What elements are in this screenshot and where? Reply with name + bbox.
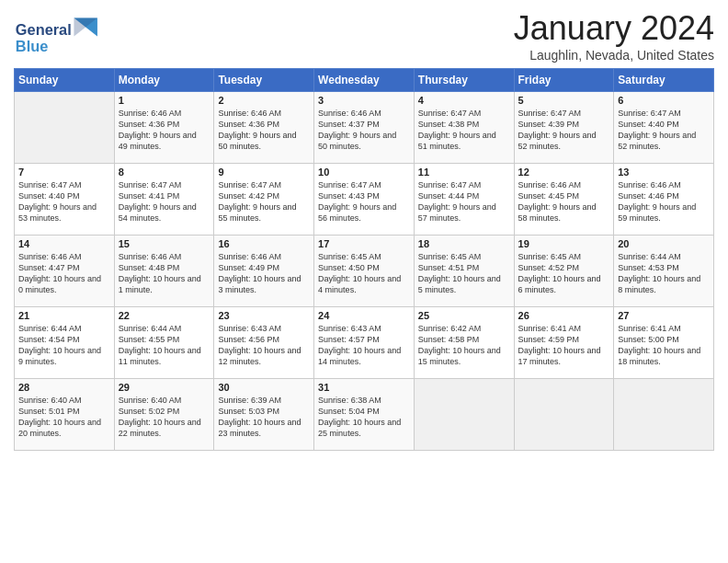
logo: General Blue <box>14 13 106 59</box>
day-number: 19 <box>518 238 610 249</box>
calendar-cell: 16Sunrise: 6:46 AMSunset: 4:49 PMDayligh… <box>214 236 314 307</box>
week-row-4: 21Sunrise: 6:44 AMSunset: 4:54 PMDayligh… <box>15 307 714 379</box>
day-number: 28 <box>18 382 110 393</box>
day-header-tuesday: Tuesday <box>214 69 314 92</box>
day-number: 5 <box>518 95 610 106</box>
week-row-2: 7Sunrise: 6:47 AMSunset: 4:40 PMDaylight… <box>15 164 714 236</box>
day-number: 3 <box>318 95 410 106</box>
day-header-thursday: Thursday <box>414 69 514 92</box>
calendar-cell: 25Sunrise: 6:42 AMSunset: 4:58 PMDayligh… <box>414 307 514 379</box>
day-info: Sunrise: 6:47 AMSunset: 4:42 PMDaylight:… <box>218 179 310 224</box>
calendar-cell: 5Sunrise: 6:47 AMSunset: 4:39 PMDaylight… <box>514 92 614 164</box>
day-header-monday: Monday <box>114 69 214 92</box>
header: General Blue January 2024 Laughlin, Neva… <box>14 9 714 63</box>
calendar-cell: 1Sunrise: 6:46 AMSunset: 4:36 PMDaylight… <box>114 92 214 164</box>
day-info: Sunrise: 6:46 AMSunset: 4:49 PMDaylight:… <box>218 251 310 296</box>
day-info: Sunrise: 6:47 AMSunset: 4:40 PMDaylight:… <box>618 108 710 153</box>
calendar-cell: 27Sunrise: 6:41 AMSunset: 5:00 PMDayligh… <box>614 307 714 379</box>
day-info: Sunrise: 6:46 AMSunset: 4:36 PMDaylight:… <box>119 108 210 153</box>
week-row-1: 1Sunrise: 6:46 AMSunset: 4:36 PMDaylight… <box>15 92 714 164</box>
day-number: 21 <box>18 310 110 321</box>
calendar-cell: 15Sunrise: 6:46 AMSunset: 4:48 PMDayligh… <box>114 236 214 307</box>
day-info: Sunrise: 6:38 AMSunset: 5:04 PMDaylight:… <box>318 395 410 440</box>
day-header-sunday: Sunday <box>15 69 115 92</box>
day-info: Sunrise: 6:40 AMSunset: 5:02 PMDaylight:… <box>119 395 210 440</box>
day-number: 13 <box>618 167 710 178</box>
location: Laughlin, Nevada, United States <box>514 48 714 63</box>
day-info: Sunrise: 6:47 AMSunset: 4:40 PMDaylight:… <box>18 179 110 224</box>
day-info: Sunrise: 6:43 AMSunset: 4:56 PMDaylight:… <box>218 323 310 368</box>
day-info: Sunrise: 6:47 AMSunset: 4:38 PMDaylight:… <box>418 108 510 153</box>
day-info: Sunrise: 6:45 AMSunset: 4:52 PMDaylight:… <box>518 251 610 296</box>
calendar-cell: 29Sunrise: 6:40 AMSunset: 5:02 PMDayligh… <box>114 379 214 451</box>
day-number: 9 <box>218 167 310 178</box>
day-info: Sunrise: 6:46 AMSunset: 4:48 PMDaylight:… <box>119 251 210 296</box>
day-info: Sunrise: 6:46 AMSunset: 4:37 PMDaylight:… <box>318 108 410 153</box>
day-info: Sunrise: 6:47 AMSunset: 4:44 PMDaylight:… <box>418 179 510 224</box>
calendar-cell: 23Sunrise: 6:43 AMSunset: 4:56 PMDayligh… <box>214 307 314 379</box>
header-row: SundayMondayTuesdayWednesdayThursdayFrid… <box>15 69 714 92</box>
calendar-cell <box>15 92 115 164</box>
day-info: Sunrise: 6:39 AMSunset: 5:03 PMDaylight:… <box>218 395 310 440</box>
calendar-cell: 28Sunrise: 6:40 AMSunset: 5:01 PMDayligh… <box>15 379 115 451</box>
svg-text:General: General <box>16 21 72 38</box>
day-info: Sunrise: 6:41 AMSunset: 5:00 PMDaylight:… <box>618 323 710 368</box>
day-number: 24 <box>318 310 410 321</box>
day-header-friday: Friday <box>514 69 614 92</box>
day-number: 27 <box>618 310 710 321</box>
calendar-cell: 3Sunrise: 6:46 AMSunset: 4:37 PMDaylight… <box>314 92 415 164</box>
calendar-cell: 11Sunrise: 6:47 AMSunset: 4:44 PMDayligh… <box>414 164 514 236</box>
calendar-cell: 21Sunrise: 6:44 AMSunset: 4:54 PMDayligh… <box>15 307 115 379</box>
day-number: 11 <box>418 167 510 178</box>
day-info: Sunrise: 6:42 AMSunset: 4:58 PMDaylight:… <box>418 323 510 368</box>
day-info: Sunrise: 6:46 AMSunset: 4:45 PMDaylight:… <box>518 179 610 224</box>
week-row-3: 14Sunrise: 6:46 AMSunset: 4:47 PMDayligh… <box>15 236 714 307</box>
calendar-cell: 13Sunrise: 6:46 AMSunset: 4:46 PMDayligh… <box>614 164 714 236</box>
calendar-cell: 22Sunrise: 6:44 AMSunset: 4:55 PMDayligh… <box>114 307 214 379</box>
day-number: 23 <box>218 310 310 321</box>
calendar-cell: 4Sunrise: 6:47 AMSunset: 4:38 PMDaylight… <box>414 92 514 164</box>
day-number: 18 <box>418 238 510 249</box>
calendar-cell: 19Sunrise: 6:45 AMSunset: 4:52 PMDayligh… <box>514 236 614 307</box>
title-area: January 2024 Laughlin, Nevada, United St… <box>514 9 714 63</box>
calendar-cell: 24Sunrise: 6:43 AMSunset: 4:57 PMDayligh… <box>314 307 415 379</box>
day-info: Sunrise: 6:44 AMSunset: 4:55 PMDaylight:… <box>119 323 210 368</box>
logo-svg: General Blue <box>14 13 106 59</box>
day-info: Sunrise: 6:41 AMSunset: 4:59 PMDaylight:… <box>518 323 610 368</box>
day-number: 22 <box>119 310 210 321</box>
day-number: 15 <box>119 238 210 249</box>
day-info: Sunrise: 6:47 AMSunset: 4:39 PMDaylight:… <box>518 108 610 153</box>
day-info: Sunrise: 6:46 AMSunset: 4:47 PMDaylight:… <box>18 251 110 296</box>
day-number: 17 <box>318 238 410 249</box>
svg-text:Blue: Blue <box>16 38 48 54</box>
day-number: 6 <box>618 95 710 106</box>
day-number: 8 <box>119 167 210 178</box>
day-number: 4 <box>418 95 510 106</box>
day-number: 31 <box>318 382 410 393</box>
day-number: 25 <box>418 310 510 321</box>
calendar-cell: 26Sunrise: 6:41 AMSunset: 4:59 PMDayligh… <box>514 307 614 379</box>
day-number: 12 <box>518 167 610 178</box>
page-container: General Blue January 2024 Laughlin, Neva… <box>0 0 728 460</box>
day-info: Sunrise: 6:40 AMSunset: 5:01 PMDaylight:… <box>18 395 110 440</box>
calendar-cell: 8Sunrise: 6:47 AMSunset: 4:41 PMDaylight… <box>114 164 214 236</box>
calendar-cell: 14Sunrise: 6:46 AMSunset: 4:47 PMDayligh… <box>15 236 115 307</box>
day-number: 10 <box>318 167 410 178</box>
day-info: Sunrise: 6:47 AMSunset: 4:43 PMDaylight:… <box>318 179 410 224</box>
calendar-cell <box>614 379 714 451</box>
calendar-cell: 30Sunrise: 6:39 AMSunset: 5:03 PMDayligh… <box>214 379 314 451</box>
calendar-cell: 12Sunrise: 6:46 AMSunset: 4:45 PMDayligh… <box>514 164 614 236</box>
day-info: Sunrise: 6:44 AMSunset: 4:54 PMDaylight:… <box>18 323 110 368</box>
day-info: Sunrise: 6:45 AMSunset: 4:50 PMDaylight:… <box>318 251 410 296</box>
day-number: 26 <box>518 310 610 321</box>
day-info: Sunrise: 6:46 AMSunset: 4:36 PMDaylight:… <box>218 108 310 153</box>
day-number: 7 <box>18 167 110 178</box>
day-number: 14 <box>18 238 110 249</box>
day-header-wednesday: Wednesday <box>314 69 415 92</box>
day-info: Sunrise: 6:43 AMSunset: 4:57 PMDaylight:… <box>318 323 410 368</box>
day-number: 1 <box>119 95 210 106</box>
calendar-cell <box>514 379 614 451</box>
calendar-cell: 18Sunrise: 6:45 AMSunset: 4:51 PMDayligh… <box>414 236 514 307</box>
calendar-cell: 10Sunrise: 6:47 AMSunset: 4:43 PMDayligh… <box>314 164 415 236</box>
day-header-saturday: Saturday <box>614 69 714 92</box>
